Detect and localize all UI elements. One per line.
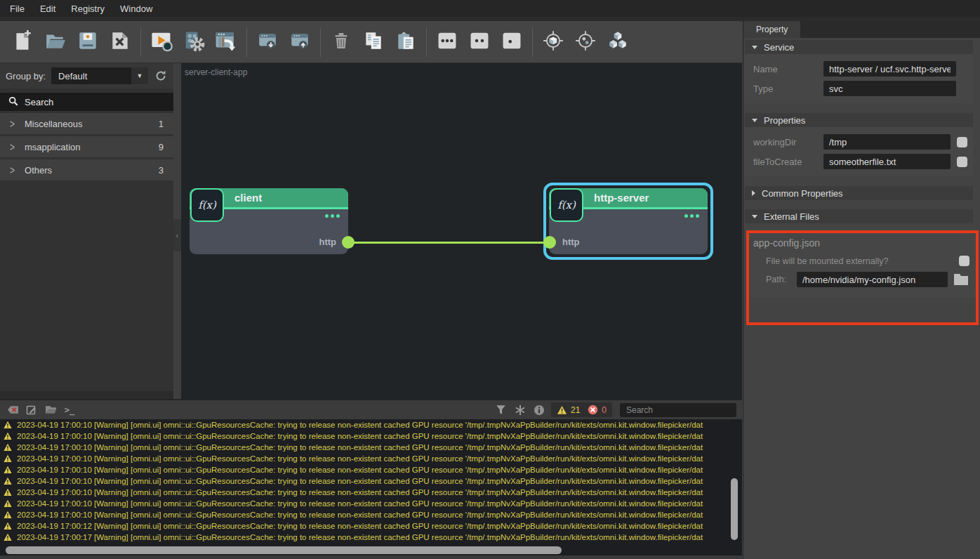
- close-app-button[interactable]: [104, 27, 136, 58]
- log-message: 2023-04-19 17:00:10 [Warning] [omni.ui] …: [17, 488, 703, 496]
- save-app-button[interactable]: [72, 27, 104, 58]
- collapse-sidebar-handle[interactable]: ‹: [173, 219, 181, 251]
- log-row[interactable]: 2023-04-19 17:00:10 [Warning] [omni.ui] …: [4, 419, 742, 430]
- log-row[interactable]: 2023-04-19 17:00:10 [Warning] [omni.ui] …: [4, 509, 742, 520]
- menu-edit[interactable]: Edit: [40, 4, 55, 14]
- window-bottom-strip: [0, 555, 742, 559]
- run-app-button[interactable]: [145, 27, 178, 58]
- match-all-button[interactable]: [513, 403, 527, 417]
- node-more-dots-icon[interactable]: [325, 214, 340, 218]
- log-row[interactable]: 2023-04-19 17:00:12 [Warning] [omni.ui] …: [4, 520, 742, 532]
- group-label: msapplication: [25, 142, 149, 152]
- delete-button[interactable]: [325, 27, 357, 58]
- input-port[interactable]: [543, 236, 556, 249]
- copy-button[interactable]: [357, 27, 390, 58]
- info-filter-button[interactable]: [532, 403, 546, 417]
- warning-icon: [4, 454, 12, 463]
- caret-down-icon: [752, 215, 757, 218]
- menu-window[interactable]: Window: [120, 4, 152, 14]
- menu-file[interactable]: File: [10, 4, 25, 14]
- group-by-dropdown[interactable]: Default ▼: [51, 67, 148, 84]
- new-app-button[interactable]: [7, 27, 39, 58]
- log-row[interactable]: 2023-04-19 17:00:10 [Warning] [omni.ui] …: [4, 498, 742, 509]
- log-row[interactable]: 2023-04-19 17:00:10 [Warning] [omni.ui] …: [4, 442, 742, 453]
- log-row[interactable]: 2023-04-19 17:00:10 [Warning] [omni.ui] …: [4, 430, 742, 442]
- warning-icon: [4, 522, 12, 530]
- graph-canvas[interactable]: server-client-app client f(x) http http-…: [181, 63, 742, 399]
- refresh-button[interactable]: [154, 69, 168, 83]
- sidebar-group-row[interactable]: > Others 3: [0, 159, 173, 180]
- terminal-prompt-icon[interactable]: >_: [62, 403, 77, 417]
- browse-path-button[interactable]: [953, 272, 969, 287]
- section-common-properties-header[interactable]: Common Properties: [745, 186, 973, 200]
- section-service-body: Name Type: [745, 54, 973, 103]
- frame-all-button[interactable]: [569, 27, 602, 58]
- console-search-input[interactable]: [620, 403, 736, 417]
- http-connection-edge[interactable]: [348, 242, 550, 244]
- open-log-folder-button[interactable]: [44, 403, 58, 417]
- log-row[interactable]: 2023-04-19 17:00:10 [Warning] [omni.ui] …: [4, 475, 742, 487]
- external-file-name: app-config.json: [749, 237, 970, 249]
- path-input[interactable]: [797, 272, 948, 287]
- filter-button[interactable]: [494, 403, 508, 417]
- section-properties-header[interactable]: Properties: [745, 113, 973, 127]
- log-row[interactable]: 2023-04-19 17:00:10 [Warning] [omni.ui] …: [4, 464, 742, 475]
- dropdown-arrow-icon[interactable]: ▼: [131, 67, 148, 84]
- section-service-header[interactable]: Service: [745, 40, 973, 54]
- service-type-input[interactable]: [823, 81, 956, 96]
- cubes-icon: [607, 29, 629, 54]
- section-external-files-header[interactable]: External Files: [745, 209, 973, 223]
- working-dir-checkbox[interactable]: [957, 137, 967, 147]
- tab-property[interactable]: Property: [743, 21, 800, 38]
- console-panel: >_ 21 0 2023-04-19 17:00:10 [Warning] [o…: [0, 399, 742, 559]
- log-message: 2023-04-19 17:00:17 [Warning] [omni.ui] …: [17, 533, 703, 541]
- sidebar-search-input[interactable]: [25, 97, 137, 107]
- group-by-row: Group by: Default ▼: [0, 63, 173, 88]
- two-dot-view-button[interactable]: [463, 27, 496, 58]
- node-http-server[interactable]: http-server f(x) http: [549, 188, 708, 254]
- clear-console-button[interactable]: [6, 403, 20, 417]
- output-port[interactable]: [342, 236, 355, 249]
- working-dir-input[interactable]: [823, 134, 951, 150]
- three-dot-view-button[interactable]: [431, 27, 463, 58]
- log-row[interactable]: 2023-04-19 17:00:17 [Warning] [omni.ui] …: [4, 532, 742, 543]
- name-label: Name: [745, 64, 823, 74]
- warning-icon: [4, 477, 12, 485]
- configure-app-button[interactable]: [178, 27, 210, 58]
- console-vertical-scrollbar[interactable]: [731, 478, 738, 540]
- node-client[interactable]: client f(x) http: [190, 188, 348, 254]
- component-group-list: > Miscellaneous 1 > msapplication 9 > Ot…: [0, 113, 173, 180]
- open-app-button[interactable]: [39, 27, 72, 58]
- sidebar-group-row[interactable]: > msapplication 9: [0, 136, 173, 157]
- chevron-right-icon: >: [10, 163, 15, 177]
- assets-button[interactable]: [602, 27, 634, 58]
- menu-registry[interactable]: Registry: [71, 4, 105, 14]
- log-row[interactable]: 2023-04-19 17:00:10 [Warning] [omni.ui] …: [4, 453, 742, 464]
- export-app-button[interactable]: [210, 27, 242, 58]
- log-row[interactable]: 2023-04-19 17:00:10 [Warning] [omni.ui] …: [4, 487, 742, 498]
- paste-button[interactable]: [390, 27, 422, 58]
- service-name-input[interactable]: [823, 61, 956, 77]
- three-dots-icon: [435, 29, 459, 55]
- console-horizontal-scrollbar[interactable]: [6, 546, 562, 554]
- path-label: Path:: [749, 275, 797, 284]
- warning-icon: [4, 466, 12, 474]
- frame-selection-button[interactable]: [537, 27, 569, 58]
- file-to-create-input[interactable]: [823, 154, 951, 169]
- sidebar-group-row[interactable]: > Miscellaneous 1: [0, 113, 173, 134]
- close-file-icon: [109, 29, 131, 54]
- sidebar-search[interactable]: [0, 93, 173, 111]
- push-app-button[interactable]: [284, 27, 316, 58]
- trash-icon: [331, 30, 352, 53]
- console-log[interactable]: 2023-04-19 17:00:10 [Warning] [omni.ui] …: [0, 419, 742, 545]
- pull-app-button[interactable]: [251, 27, 284, 58]
- log-message: 2023-04-19 17:00:10 [Warning] [omni.ui] …: [17, 432, 703, 440]
- node-more-dots-icon[interactable]: [684, 214, 699, 218]
- one-dot-view-button[interactable]: [496, 27, 528, 58]
- file-to-create-checkbox[interactable]: [957, 157, 967, 167]
- mounted-externally-checkbox[interactable]: [959, 256, 969, 266]
- edit-log-button[interactable]: [25, 403, 39, 417]
- console-horizontal-scroll-track[interactable]: [0, 545, 742, 555]
- log-count-badges[interactable]: 21 0: [551, 402, 612, 417]
- sidebar-splitter[interactable]: ‹: [173, 63, 181, 399]
